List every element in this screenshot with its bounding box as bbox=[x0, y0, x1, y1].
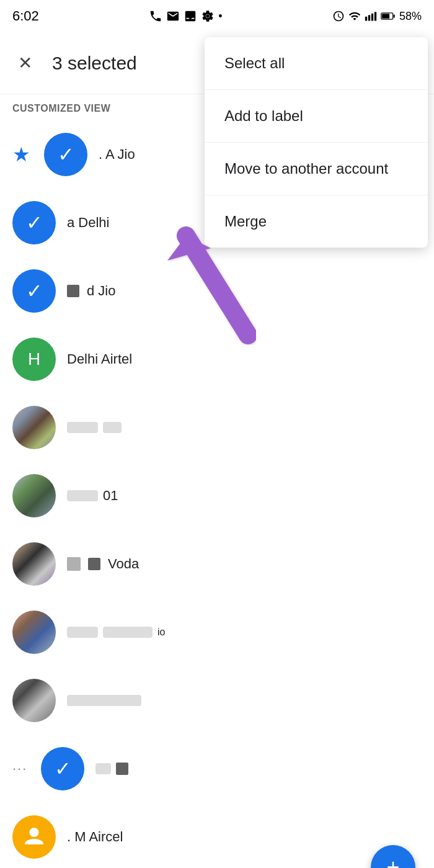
overflow-icon: ··· bbox=[12, 761, 27, 777]
list-item[interactable] bbox=[0, 666, 434, 735]
blurred-icon2 bbox=[88, 558, 100, 570]
contact-info: d Jio bbox=[67, 283, 422, 299]
list-item[interactable]: io bbox=[0, 598, 434, 666]
contact-info bbox=[67, 422, 422, 433]
contact-info bbox=[95, 763, 422, 775]
dropdown-menu: Select all Add to label Move to another … bbox=[205, 37, 428, 248]
avatar: ✓ bbox=[44, 133, 87, 176]
status-icons: • bbox=[149, 9, 222, 23]
avatar: ✓ bbox=[12, 269, 56, 313]
avatar: ✓ bbox=[41, 747, 84, 790]
avatar bbox=[12, 611, 56, 654]
svg-point-0 bbox=[206, 14, 210, 18]
alarm-icon bbox=[332, 10, 345, 22]
list-item[interactable]: ✓ d Jio bbox=[0, 257, 434, 325]
blurred-text bbox=[67, 695, 141, 706]
contact-name-blurred bbox=[67, 695, 422, 706]
menu-item-move-account[interactable]: Move to another account bbox=[205, 143, 428, 195]
svg-rect-2 bbox=[368, 15, 370, 20]
svg-rect-1 bbox=[365, 17, 367, 21]
signal-icon bbox=[365, 10, 377, 22]
avatar bbox=[12, 474, 56, 517]
blurred-text bbox=[95, 763, 111, 774]
contact-info: io bbox=[67, 627, 422, 638]
avatar bbox=[12, 679, 56, 722]
wifi-icon bbox=[348, 10, 361, 22]
contact-info bbox=[67, 695, 422, 706]
contact-type-icon bbox=[67, 285, 79, 297]
contact-info: Delhi Airtel bbox=[67, 351, 422, 367]
contact-name: Voda bbox=[67, 556, 422, 572]
status-right: 58% bbox=[332, 10, 422, 23]
svg-rect-6 bbox=[382, 14, 389, 19]
checkmark-icon: ✓ bbox=[26, 279, 43, 303]
blurred-text bbox=[67, 422, 98, 433]
blurred-text bbox=[103, 627, 153, 638]
close-selection-button[interactable]: ✕ bbox=[12, 51, 37, 76]
avatar bbox=[12, 542, 56, 586]
close-icon: ✕ bbox=[18, 55, 32, 72]
contact-name: . M Aircel bbox=[67, 829, 422, 845]
svg-rect-7 bbox=[394, 14, 395, 17]
menu-item-select-all[interactable]: Select all bbox=[205, 37, 428, 90]
list-item[interactable] bbox=[0, 393, 434, 462]
menu-item-add-to-label[interactable]: Add to label bbox=[205, 90, 428, 143]
list-item[interactable]: Voda bbox=[0, 530, 434, 598]
svg-rect-4 bbox=[374, 12, 376, 20]
contact-info: Voda bbox=[67, 556, 422, 572]
star-icon: ★ bbox=[12, 143, 30, 166]
add-icon: + bbox=[386, 856, 399, 868]
list-item[interactable]: H Delhi Airtel bbox=[0, 325, 434, 393]
status-time: 6:02 bbox=[12, 8, 39, 24]
phone-icon bbox=[149, 9, 162, 23]
checkmark-icon: ✓ bbox=[55, 757, 71, 781]
notification-dot: • bbox=[218, 10, 222, 23]
checkmark-icon: ✓ bbox=[26, 211, 43, 235]
contact-name bbox=[95, 763, 422, 775]
blurred-text bbox=[103, 422, 122, 433]
contact-info: . M Aircel bbox=[67, 829, 422, 845]
contact-name: io bbox=[67, 627, 422, 638]
contact-name-blurred bbox=[67, 422, 422, 433]
battery-icon bbox=[381, 10, 396, 22]
menu-item-merge[interactable]: Merge bbox=[205, 195, 428, 248]
list-item[interactable]: . M Aircel bbox=[0, 803, 434, 868]
contact-name: 01 bbox=[67, 488, 422, 504]
inbox-icon bbox=[184, 9, 197, 23]
contact-type-icon bbox=[116, 763, 128, 775]
contact-name: d Jio bbox=[67, 283, 422, 299]
superscript: io bbox=[157, 627, 165, 638]
avatar bbox=[12, 406, 56, 449]
status-bar: 6:02 • 58% bbox=[0, 0, 434, 32]
avatar: ✓ bbox=[12, 201, 56, 244]
contact-info: 01 bbox=[67, 488, 422, 504]
list-item[interactable]: 01 bbox=[0, 462, 434, 530]
mail-icon bbox=[166, 9, 180, 23]
svg-rect-3 bbox=[371, 14, 373, 21]
avatar bbox=[12, 815, 56, 859]
person-icon bbox=[23, 826, 45, 848]
contact-name: Delhi Airtel bbox=[67, 351, 422, 367]
settings-icon bbox=[201, 9, 215, 23]
blurred-text bbox=[67, 490, 98, 501]
avatar: H bbox=[12, 338, 56, 381]
blurred-text bbox=[67, 627, 98, 638]
blurred-icon bbox=[67, 557, 81, 571]
checkmark-icon: ✓ bbox=[58, 143, 74, 166]
battery-percentage: 58% bbox=[399, 10, 422, 23]
list-item[interactable]: ··· ✓ bbox=[0, 735, 434, 803]
